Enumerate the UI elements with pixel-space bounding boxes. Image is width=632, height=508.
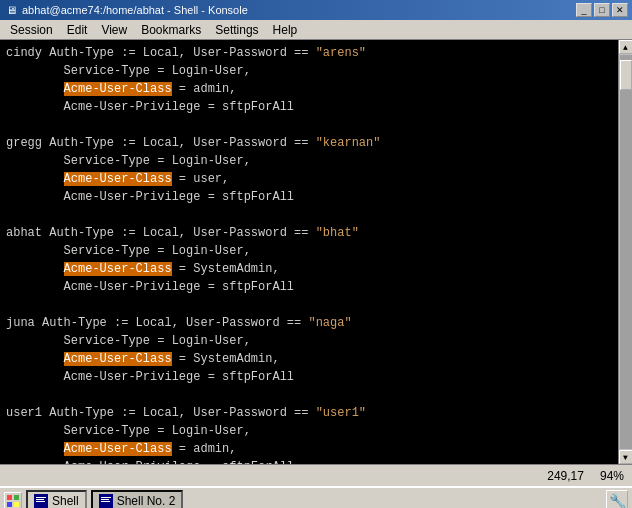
line-gregg-2: Service-Type = Login-User, bbox=[6, 152, 612, 170]
line-cindy-3: Acme-User-Class = admin, bbox=[6, 80, 612, 98]
taskbar: Shell Shell No. 2 🔧 bbox=[0, 486, 632, 508]
shell2-label: Shell No. 2 bbox=[117, 494, 176, 508]
line-abhat-2: Service-Type = Login-User, bbox=[6, 242, 612, 260]
line-cindy: cindy Auth-Type := Local, User-Password … bbox=[6, 44, 612, 62]
scroll-down-button[interactable]: ▼ bbox=[619, 450, 633, 464]
line-gregg-3: Acme-User-Class = user, bbox=[6, 170, 612, 188]
svg-rect-6 bbox=[36, 499, 44, 500]
shell2-icon bbox=[99, 494, 113, 508]
line-abhat: abhat Auth-Type := Local, User-Password … bbox=[6, 224, 612, 242]
line-juna-2: Service-Type = Login-User, bbox=[6, 332, 612, 350]
svg-rect-0 bbox=[7, 495, 12, 500]
main-area: cindy Auth-Type := Local, User-Password … bbox=[0, 40, 632, 464]
menu-edit[interactable]: Edit bbox=[61, 21, 94, 39]
line-juna-4: Acme-User-Privilege = sftpForAll bbox=[6, 368, 612, 386]
line-cindy-4: Acme-User-Privilege = sftpForAll bbox=[6, 98, 612, 116]
line-gregg-4: Acme-User-Privilege = sftpForAll bbox=[6, 188, 612, 206]
menu-view[interactable]: View bbox=[95, 21, 133, 39]
line-juna: juna Auth-Type := Local, User-Password =… bbox=[6, 314, 612, 332]
close-button[interactable]: ✕ bbox=[612, 3, 628, 17]
terminal[interactable]: cindy Auth-Type := Local, User-Password … bbox=[0, 40, 618, 464]
svg-rect-9 bbox=[101, 497, 111, 498]
shell1-label: Shell bbox=[52, 494, 79, 508]
minimize-button[interactable]: _ bbox=[576, 3, 592, 17]
window-controls: _ □ ✕ bbox=[576, 3, 628, 17]
svg-rect-11 bbox=[101, 501, 110, 502]
line-gregg: gregg Auth-Type := Local, User-Password … bbox=[6, 134, 612, 152]
title-bar: 🖥 abhat@acme74:/home/abhat - Shell - Kon… bbox=[0, 0, 632, 20]
line-juna-3: Acme-User-Class = SystemAdmin, bbox=[6, 350, 612, 368]
scrollbar-track[interactable] bbox=[620, 55, 632, 449]
svg-rect-5 bbox=[36, 497, 46, 498]
cursor-position: 249,17 bbox=[547, 469, 584, 483]
scrollbar-thumb[interactable] bbox=[620, 60, 632, 90]
line-user1-4: Acme-User-Privilege = sftpForAll bbox=[6, 458, 612, 464]
menu-help[interactable]: Help bbox=[267, 21, 304, 39]
scroll-up-button[interactable]: ▲ bbox=[619, 40, 633, 54]
menu-session[interactable]: Session bbox=[4, 21, 59, 39]
line-blank-3 bbox=[6, 296, 612, 314]
start-icon bbox=[4, 492, 22, 508]
menu-bookmarks[interactable]: Bookmarks bbox=[135, 21, 207, 39]
scrollbar[interactable]: ▲ ▼ bbox=[618, 40, 632, 464]
shell1-icon bbox=[34, 494, 48, 508]
line-blank-4 bbox=[6, 386, 612, 404]
line-user1-3: Acme-User-Class = admin, bbox=[6, 440, 612, 458]
line-user1-2: Service-Type = Login-User, bbox=[6, 422, 612, 440]
app-icon: 🖥 bbox=[4, 3, 18, 17]
line-abhat-4: Acme-User-Privilege = sftpForAll bbox=[6, 278, 612, 296]
line-blank-1 bbox=[6, 116, 612, 134]
menu-bar: Session Edit View Bookmarks Settings Hel… bbox=[0, 20, 632, 40]
svg-rect-3 bbox=[14, 502, 19, 507]
svg-rect-10 bbox=[101, 499, 109, 500]
line-cindy-2: Service-Type = Login-User, bbox=[6, 62, 612, 80]
svg-rect-7 bbox=[36, 501, 45, 502]
status-bar: 249,17 94% bbox=[0, 464, 632, 486]
shell1-task-button[interactable]: Shell bbox=[26, 490, 87, 508]
menu-settings[interactable]: Settings bbox=[209, 21, 264, 39]
line-blank-2 bbox=[6, 206, 612, 224]
taskbar-end-button[interactable]: 🔧 bbox=[606, 490, 628, 508]
line-abhat-3: Acme-User-Class = SystemAdmin, bbox=[6, 260, 612, 278]
scroll-percent: 94% bbox=[600, 469, 624, 483]
window-title: abhat@acme74:/home/abhat - Shell - Konso… bbox=[22, 4, 248, 16]
line-user1: user1 Auth-Type := Local, User-Password … bbox=[6, 404, 612, 422]
svg-rect-2 bbox=[7, 502, 12, 507]
svg-rect-1 bbox=[14, 495, 19, 500]
maximize-button[interactable]: □ bbox=[594, 3, 610, 17]
shell2-task-button[interactable]: Shell No. 2 bbox=[91, 490, 184, 508]
